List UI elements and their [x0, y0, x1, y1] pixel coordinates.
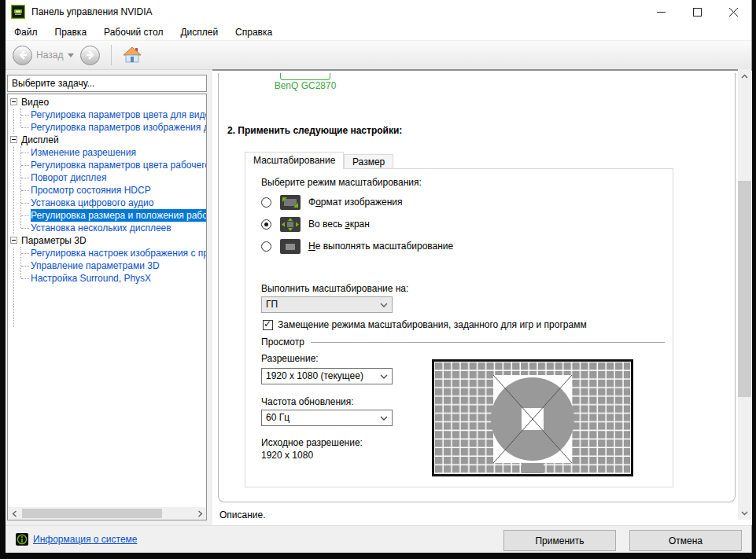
select-task-header: Выберите задачу...: [7, 75, 207, 92]
perform-on-dropdown[interactable]: ГП: [261, 296, 393, 313]
title-bar: Панель управления NVIDIA: [6, 0, 751, 24]
collapse-icon[interactable]: [10, 237, 17, 244]
back-history-dropdown[interactable]: [68, 53, 74, 57]
tree-item[interactable]: Просмотр состояния HDCP: [20, 184, 206, 197]
refresh-rate-dropdown[interactable]: 60 Гц: [261, 410, 393, 426]
radio-fullscreen[interactable]: [261, 219, 271, 230]
tree-item[interactable]: Регулировка параметров цвета для видео: [20, 108, 206, 121]
tree-horizontal-scrollbar[interactable]: [8, 507, 206, 520]
nvidia-logo-icon: [11, 5, 25, 19]
scaling-mode-label: Выберите режим масштабирования:: [261, 177, 422, 188]
override-row[interactable]: Замещение режима масштабирования, заданн…: [263, 319, 587, 330]
footer-bar: Информация о системе Применить Отмена: [6, 525, 751, 553]
scrollbar-thumb[interactable]: [738, 181, 751, 397]
chevron-down-icon: [380, 416, 388, 421]
no-scaling-icon: [280, 239, 301, 254]
tree-item[interactable]: Управление параметрами 3D: [20, 259, 206, 272]
native-resolution-value: 1920 x 1080: [261, 450, 313, 461]
info-icon: [16, 533, 28, 546]
group-divider: [311, 342, 665, 343]
system-info-link[interactable]: Информация о системе: [33, 534, 137, 545]
resolution-dropdown[interactable]: 1920 x 1080 (текущее): [261, 368, 393, 384]
system-info-link-row[interactable]: Информация о системе: [16, 533, 137, 546]
collapse-icon[interactable]: [10, 136, 17, 143]
close-button[interactable]: [715, 0, 751, 24]
option-aspect-ratio[interactable]: Формат изображения: [261, 194, 402, 210]
option-fullscreen[interactable]: Во весь экран: [261, 216, 370, 232]
cancel-button[interactable]: Отмена: [629, 530, 742, 551]
aspect-ratio-icon: [280, 195, 301, 210]
tab-scaling[interactable]: Масштабирование: [245, 152, 344, 169]
tree-item[interactable]: Регулировка параметров изображения для в…: [20, 121, 206, 134]
back-icon: [18, 50, 28, 60]
scroll-left-icon[interactable]: [8, 507, 20, 520]
toolbar: Назад: [6, 41, 751, 70]
override-checkbox[interactable]: [263, 320, 273, 330]
forward-icon: [86, 50, 95, 60]
fullscreen-icon: [280, 217, 301, 232]
maximize-button[interactable]: [679, 0, 715, 24]
chevron-down-icon: [380, 374, 388, 379]
content-vertical-scrollbar[interactable]: [738, 69, 751, 520]
scroll-right-icon[interactable]: [194, 507, 206, 520]
scrollbar-thumb[interactable]: [22, 509, 162, 518]
menu-display[interactable]: Дисплей: [171, 25, 227, 39]
back-button[interactable]: [13, 46, 32, 65]
tree-group-video[interactable]: Видео: [8, 96, 206, 108]
content-area: BenQ GC2870 2. Применить следующие настр…: [212, 69, 752, 525]
refresh-rate-label: Частота обновления:: [261, 396, 354, 407]
perform-on-label: Выполнить масштабирование на:: [261, 283, 408, 294]
tree-group-3d[interactable]: Параметры 3D: [8, 234, 206, 247]
collapse-icon[interactable]: [10, 98, 17, 105]
radio-label: Формат изображения: [308, 197, 402, 208]
tree-group-display[interactable]: Дисплей: [8, 134, 206, 146]
scroll-up-icon[interactable]: [738, 69, 751, 83]
radio-label: Во весь экран: [308, 219, 370, 230]
tree-item-selected[interactable]: Регулировка размера и положения рабочего…: [20, 209, 206, 222]
radio-aspect-ratio[interactable]: [261, 197, 271, 208]
menu-file[interactable]: Файл: [6, 25, 46, 39]
chevron-down-icon: [380, 303, 388, 307]
task-tree-panel: Видео Регулировка параметров цвета для в…: [7, 94, 207, 520]
radio-no-scaling[interactable]: [261, 241, 271, 252]
description-label: Описание.: [219, 509, 266, 520]
menu-bar: Файл Правка Рабочий стол Дисплей Справка: [6, 24, 751, 41]
toolbar-separator: [111, 45, 112, 65]
monitor-selection-box[interactable]: [280, 73, 330, 80]
home-icon[interactable]: [123, 46, 142, 64]
scroll-down-icon[interactable]: [738, 506, 751, 520]
scaling-preview-pattern: [432, 359, 633, 476]
settings-page: BenQ GC2870 2. Применить следующие настр…: [218, 73, 736, 502]
preview-group-label: Просмотр: [261, 337, 304, 348]
tree-item[interactable]: Поворот дисплея: [20, 171, 206, 184]
menu-desktop[interactable]: Рабочий стол: [95, 25, 171, 39]
override-label: Замещение режима масштабирования, заданн…: [278, 319, 587, 330]
tree-item[interactable]: Регулировка параметров цвета рабочего ст…: [20, 159, 206, 171]
back-label: Назад: [36, 50, 63, 61]
resolution-label: Разрешение:: [261, 353, 319, 364]
tree-item[interactable]: Изменение разрешения: [20, 146, 206, 159]
menu-edit[interactable]: Правка: [46, 25, 96, 39]
tree-item[interactable]: Установка цифрового аудио: [20, 197, 206, 209]
monitor-name[interactable]: BenQ GC2870: [250, 80, 360, 91]
task-tree: Видео Регулировка параметров цвета для в…: [8, 94, 206, 285]
tree-item[interactable]: Настройка Surround, PhysX: [20, 272, 206, 285]
menu-help[interactable]: Справка: [227, 25, 281, 39]
native-resolution-label: Исходное разрешение:: [261, 437, 363, 448]
window-title: Панель управления NVIDIA: [31, 6, 153, 17]
tree-item[interactable]: Регулировка настроек изображения с просм…: [20, 247, 206, 259]
nvidia-control-panel-window: Панель управления NVIDIA Файл Правка Раб…: [6, 0, 752, 553]
forward-button[interactable]: [80, 46, 100, 65]
radio-label: Не выполнять масштабирование: [308, 241, 453, 252]
apply-button[interactable]: Применить: [503, 530, 616, 551]
tree-item[interactable]: Установка нескольких дисплеев: [20, 222, 206, 234]
step-2-heading: 2. Применить следующие настройки:: [227, 125, 402, 136]
minimize-button[interactable]: [643, 0, 679, 24]
option-no-scaling[interactable]: Не выполнять масштабирование: [261, 238, 453, 254]
tab-size[interactable]: Размер: [344, 154, 393, 169]
scaling-tab-panel: Выберите режим масштабирования: Формат и…: [245, 168, 673, 487]
